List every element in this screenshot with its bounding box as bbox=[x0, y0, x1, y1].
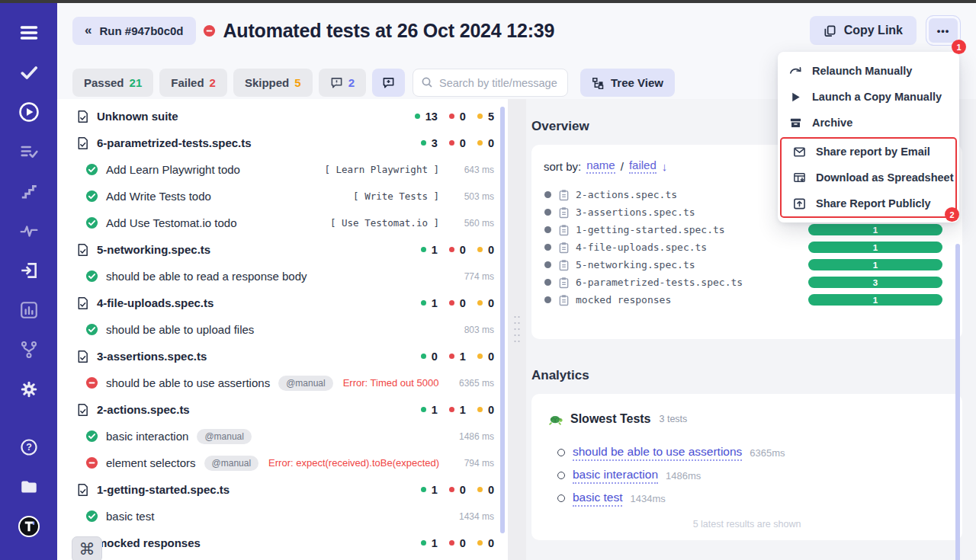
spec-file-name: 3-assertions.spec.ts bbox=[576, 206, 695, 218]
test-row[interactable]: element selectors@manualError: expect(re… bbox=[57, 450, 508, 476]
copy-link-button[interactable]: Copy Link bbox=[810, 16, 917, 45]
play-icon bbox=[789, 91, 802, 104]
sort-by-name-link[interactable]: name bbox=[586, 158, 615, 174]
back-to-run-button[interactable]: « Run #947b0c0d bbox=[72, 17, 196, 45]
circle-bullet-icon bbox=[557, 449, 565, 456]
slow-test-row: basic interaction1486ms bbox=[557, 464, 947, 487]
test-row[interactable]: Add Write Tests todo[ Write Tests ]503 m… bbox=[57, 183, 508, 210]
comment-plus-icon bbox=[382, 76, 395, 89]
sidebar-item-sign-in[interactable] bbox=[11, 253, 47, 288]
command-key-hint: ⌘ bbox=[72, 536, 102, 560]
test-row[interactable]: should be able to use assertions@manualE… bbox=[57, 370, 508, 396]
test-row[interactable]: Add Learn Playwright todo[ Learn Playwri… bbox=[57, 156, 508, 183]
menu-item-share-report-publicly[interactable]: Share Report Publicly bbox=[782, 190, 955, 216]
suite-row[interactable]: mocked responses100 bbox=[57, 530, 508, 556]
sidebar-item-play[interactable] bbox=[11, 94, 47, 130]
sidebar-item-pulse[interactable] bbox=[11, 213, 47, 248]
menu-item-archive[interactable]: Archive bbox=[778, 110, 959, 136]
spec-file-icon bbox=[76, 110, 89, 123]
clipboard-icon bbox=[558, 206, 570, 219]
spec-file-icon bbox=[76, 403, 89, 417]
list-scrollbar[interactable] bbox=[500, 107, 505, 533]
test-row[interactable]: basic interaction@manual1486 ms bbox=[57, 423, 508, 450]
passed-dot bbox=[421, 354, 426, 359]
sidebar-item-list-check[interactable] bbox=[11, 134, 47, 169]
spec-file-row[interactable]: 1-getting-started.spec.ts1 bbox=[542, 221, 952, 238]
sidebar-item-help[interactable]: ? bbox=[11, 430, 47, 465]
error-message: Error: Timed out 5000ms v bbox=[343, 377, 439, 389]
passed-dot bbox=[421, 540, 426, 546]
test-row[interactable]: should be able to upload files803 ms bbox=[57, 316, 508, 343]
passed-dot bbox=[415, 114, 420, 119]
slow-test-link[interactable]: should be able to use assertions bbox=[573, 445, 742, 461]
suite-row[interactable]: 5-networking.spec.ts100 bbox=[57, 236, 508, 263]
sort-by-label: sort by: bbox=[544, 160, 581, 173]
passed-label: Passed bbox=[84, 76, 124, 89]
sidebar-item-settings[interactable] bbox=[11, 372, 47, 407]
manual-tag-badge: @manual bbox=[197, 429, 252, 444]
sidebar-item-check[interactable] bbox=[11, 55, 47, 90]
menu-item-download-as-spreadsheet[interactable]: Download as Spreadsheet bbox=[782, 165, 955, 190]
suite-result-counts: 100 bbox=[421, 484, 494, 496]
share-icon bbox=[793, 197, 806, 210]
passed-count-bar: 3 bbox=[808, 277, 942, 288]
suite-name: 2-actions.spec.ts bbox=[97, 403, 190, 416]
bullet-icon bbox=[544, 296, 551, 303]
analytics-heading: Analytics bbox=[531, 368, 962, 383]
slow-test-duration: 1434ms bbox=[630, 493, 665, 504]
filter-failed-button[interactable]: Failed 2 bbox=[159, 69, 227, 97]
analytics-card: Slowest Tests 3 tests should be able to … bbox=[531, 394, 962, 540]
menu-item-launch-a-copy-manually[interactable]: Launch a Copy Manually bbox=[778, 84, 959, 110]
passed-status-icon bbox=[85, 323, 98, 336]
test-duration: 6365 ms bbox=[448, 378, 494, 389]
clipboard-icon bbox=[558, 224, 570, 236]
suite-row[interactable]: 2-actions.spec.ts110 bbox=[57, 396, 508, 423]
suite-row[interactable]: 1-getting-started.spec.ts100 bbox=[57, 476, 508, 503]
suite-name: 3-assertions.spec.ts bbox=[97, 350, 207, 363]
sidebar-item-git-branch[interactable] bbox=[11, 332, 47, 367]
sidebar-item-logo[interactable] bbox=[11, 509, 47, 544]
archive-icon bbox=[789, 117, 802, 130]
filter-passed-button[interactable]: Passed 21 bbox=[72, 69, 153, 97]
skipped-dot bbox=[477, 140, 483, 146]
failed-dot bbox=[449, 487, 454, 492]
suite-row[interactable]: 4-file-uploads.spec.ts100 bbox=[57, 290, 508, 316]
sidebar-item-menu[interactable] bbox=[11, 15, 47, 50]
comments-filter-button[interactable]: 2 bbox=[319, 69, 366, 97]
comments-count: 2 bbox=[348, 76, 355, 89]
slow-test-link[interactable]: basic interaction bbox=[573, 468, 658, 484]
turtle-icon bbox=[548, 414, 563, 425]
menu-item-share-report-by-email[interactable]: Share report by Email bbox=[782, 139, 955, 165]
spec-file-row[interactable]: 5-networking.spec.ts1 bbox=[542, 256, 952, 274]
sidebar-item-projects[interactable] bbox=[11, 469, 47, 504]
panel-scrollbar[interactable] bbox=[955, 244, 960, 560]
spec-file-name: 1-getting-started.spec.ts bbox=[576, 224, 725, 235]
menu-item-relaunch-manually[interactable]: Relaunch Manually bbox=[778, 58, 959, 84]
manual-tag-badge: @manual bbox=[278, 376, 333, 391]
suite-row[interactable]: Unknown suite1305 bbox=[57, 103, 508, 130]
divider-drag-handle[interactable] bbox=[512, 314, 522, 344]
test-name: should be able to upload files bbox=[106, 323, 254, 336]
spec-file-row[interactable]: 6-parametrized-tests.spec.ts3 bbox=[542, 274, 952, 291]
passed-dot bbox=[421, 247, 426, 252]
spec-file-row[interactable]: mocked responses1 bbox=[542, 291, 952, 309]
test-row[interactable]: basic test1434 ms bbox=[57, 503, 508, 530]
search-box bbox=[413, 69, 568, 97]
search-input[interactable] bbox=[413, 69, 568, 97]
test-row[interactable]: Add Use Testomat.io todo[ Use Testomat.i… bbox=[57, 210, 508, 236]
suite-row[interactable]: 3-assertions.spec.ts010 bbox=[57, 343, 508, 370]
search-icon bbox=[421, 76, 433, 91]
failed-dot bbox=[449, 300, 454, 306]
test-name: Add Use Testomat.io todo bbox=[106, 216, 237, 229]
tree-view-button[interactable]: Tree View bbox=[580, 69, 675, 97]
add-comment-button[interactable] bbox=[372, 69, 405, 97]
spec-file-row[interactable]: 4-file-uploads.spec.ts1 bbox=[542, 238, 952, 256]
suite-row[interactable]: 6-parametrized-tests.spec.ts300 bbox=[57, 130, 508, 156]
test-row[interactable]: should be able to read a response body77… bbox=[57, 263, 508, 290]
sidebar-item-stairs[interactable] bbox=[11, 174, 47, 209]
sort-by-failed-link[interactable]: failed bbox=[629, 158, 657, 174]
skipped-dot bbox=[477, 114, 483, 119]
sidebar-item-bar-chart[interactable] bbox=[11, 293, 47, 328]
filter-skipped-button[interactable]: Skipped 5 bbox=[233, 69, 313, 97]
slow-test-link[interactable]: basic test bbox=[573, 491, 622, 507]
